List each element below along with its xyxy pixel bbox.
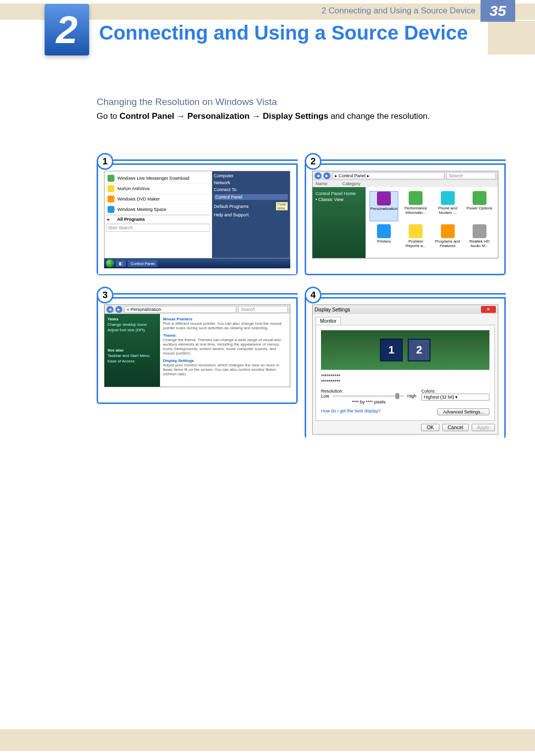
sm-all-programs[interactable]: All Programs [117,217,145,222]
quicklaunch-icon[interactable]: ◧ [116,260,126,267]
ok-button[interactable]: OK [421,424,439,431]
step-panel-2: 2 ◄ ► ▸ Control Panel ▸ Search Name Cate… [305,163,506,275]
nav-back-icon[interactable]: ◄ [315,172,321,179]
pz-back-icon[interactable]: ◄ [107,306,113,313]
cp-search-input[interactable]: Search [446,172,496,179]
sm-item-0[interactable]: Windows Live Messenger Download [117,176,189,181]
apply-button[interactable]: Apply [472,424,495,431]
chapter-badge: 2 [45,4,89,55]
cp-item-icon [409,191,423,205]
pz-item-0[interactable]: Mouse PointersPick a different mouse poi… [163,317,287,330]
taskbar-control-panel[interactable]: Control Panel [128,260,158,267]
monitor-preview: 1 2 [321,330,489,370]
advanced-settings-button[interactable]: Advanced Settings... [437,408,489,415]
cp-item-0[interactable]: Personalization [370,191,398,221]
colors-label: Colors: [422,389,490,394]
cp-item-icon [377,224,391,238]
start-search-input[interactable]: Start Search [107,224,210,232]
para-bold-3: Display Settings [263,111,328,121]
nav-fwd-icon[interactable]: ► [323,172,330,179]
breadcrumb-bar[interactable]: ▸ Control Panel ▸ [332,172,444,179]
footer-chapter-text: 2 Connecting and Using a Source Device [321,6,476,16]
step-number-1: 1 [97,153,113,170]
norton-icon [107,185,114,192]
sm-item-2[interactable]: Windows DVD Maker [117,197,160,202]
cp-item-icon [441,224,455,238]
pz-search-input[interactable]: Search [238,306,288,313]
cp-item-2[interactable]: Phone and Modem ... [433,191,462,221]
sm-right-5[interactable]: Help and Support [214,212,288,217]
identify-line-1: ********** [321,374,489,379]
cancel-button[interactable]: Cancel [442,424,469,431]
header-band-right [488,21,535,54]
monitor-2[interactable]: 2 [408,339,430,361]
cp-item-5[interactable]: Problem Reports a... [401,224,430,254]
cp-item-icon [473,224,486,238]
dvdmaker-icon [107,196,114,202]
messenger-icon [107,175,114,182]
colors-select[interactable]: Highest (32 bit) ▾ [422,394,490,401]
res-high: High [407,394,417,399]
para-bold-1: Control Panel [119,111,174,121]
pz-seealso-0[interactable]: Taskbar and Start Menu [107,353,157,358]
cp-item-3[interactable]: Power Options [465,191,494,221]
tooltip-custo: Custo [277,202,286,206]
instruction-paragraph: Go to Control Panel → Personalization → … [97,111,430,121]
chapter-title: Connecting and Using a Source Device [99,22,468,44]
res-low: Low [321,394,329,399]
ds-monitor-tab[interactable]: Monitor [316,317,341,325]
pz-seealso-1[interactable]: Ease of Access [107,359,157,363]
para-bold-2: Personalization [187,111,250,121]
para-pre: Go to [97,111,119,121]
step-panel-1: 1 Windows Live Messenger Download Norton… [97,163,298,275]
sm-item-3[interactable]: Windows Meeting Space [117,207,166,212]
step-number-2: 2 [305,153,321,170]
cp-item-icon [473,191,486,205]
sm-right-0[interactable]: Computer [214,173,288,178]
start-orb-icon[interactable] [106,259,114,267]
pz-side-1[interactable]: Adjust font size (DPI) [107,328,157,332]
arrow-2: → [252,111,263,121]
step-number-4: 4 [305,287,321,303]
cp-item-1[interactable]: Performance Informatio... [401,191,430,221]
pz-item-1[interactable]: ThemeChange the theme. Themes can change… [163,333,287,355]
resolution-label: Resolution: [321,389,417,394]
sm-right-4[interactable]: Default Programs [214,204,275,209]
pz-fwd-icon[interactable]: ► [115,306,122,313]
cp-item-7[interactable]: Realtek HD Audio M... [465,224,494,254]
pz-seealso-header: See also [107,348,123,353]
footer-band [0,729,535,751]
identify-line-2: ********** [321,379,489,385]
close-icon[interactable]: ✕ [481,306,496,313]
col-name: Name [316,181,327,186]
arrow-1: → [177,111,188,121]
cp-item-6[interactable]: Programs and Features [433,224,462,254]
step-panel-4: 4 Display Settings ✕ Monitor 1 2 *******… [305,297,506,439]
cp-item-icon [377,192,391,205]
col-category: Category [342,181,361,186]
cp-item-4[interactable]: Printers [370,224,398,254]
res-pixels: **** by **** pixels [321,400,417,404]
step-panel-3: 3 ◄ ► « Personalization Search Tasks Cha… [97,297,298,404]
cp-item-icon [409,224,423,238]
resolution-slider[interactable] [332,395,404,397]
cp-home-link[interactable]: Control Panel Home [316,191,363,196]
pz-side-0[interactable]: Change desktop icons [107,322,157,327]
ds-window-title: Display Settings [315,307,350,312]
sm-right-2[interactable]: Connect To [214,187,288,192]
tooltip-remo: remo [277,206,286,210]
sm-right-1[interactable]: Network [214,180,288,185]
sm-item-1[interactable]: Norton AntiVirus [117,186,150,191]
step-number-3: 3 [97,287,113,303]
best-display-link[interactable]: How do I get the best display? [321,408,381,415]
pz-item-2[interactable]: Display SettingsAdjust your monitor reso… [163,358,287,376]
para-post: and change the resolution. [330,111,429,121]
footer-page-number: 35 [481,0,515,22]
cp-item-icon [441,191,455,205]
pz-breadcrumb[interactable]: « Personalization [124,306,236,313]
sm-right-control-panel[interactable]: Control Panel [214,194,288,200]
monitor-1[interactable]: 1 [380,339,403,361]
cp-classic-link[interactable]: • Classic View [316,197,363,202]
section-subheading: Changing the Resolution on Windows Vista [97,97,277,107]
pz-tasks-header: Tasks [107,317,118,321]
